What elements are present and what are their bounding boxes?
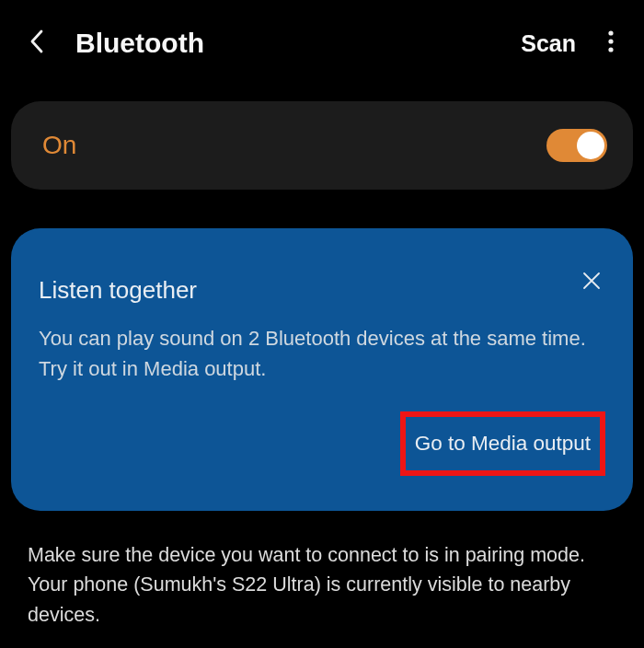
card-title: Listen together [39, 276, 605, 305]
close-card-button[interactable] [580, 271, 604, 295]
card-body-text: You can play sound on 2 Bluetooth device… [39, 323, 605, 384]
card-action-row: Go to Media output [39, 411, 605, 476]
bluetooth-toggle-card: On [11, 101, 633, 190]
switch-knob [577, 132, 604, 159]
more-menu-button[interactable] [598, 30, 624, 56]
more-vertical-icon [608, 30, 614, 56]
svg-point-0 [608, 30, 613, 35]
listen-together-card: Listen together You can play sound on 2 … [11, 228, 633, 511]
bluetooth-status-label: On [42, 131, 76, 160]
page-title: Bluetooth [75, 28, 204, 59]
close-icon [582, 272, 601, 294]
chevron-left-icon [29, 29, 47, 58]
header-bar: Bluetooth Scan [0, 0, 644, 85]
bluetooth-toggle-switch[interactable] [546, 129, 607, 162]
go-to-media-output-button[interactable]: Go to Media output [400, 411, 605, 476]
svg-point-2 [608, 47, 613, 52]
back-button[interactable] [20, 26, 55, 61]
scan-button[interactable]: Scan [521, 30, 576, 57]
svg-point-1 [608, 39, 613, 43]
pairing-info-text: Make sure the device you want to connect… [28, 540, 616, 630]
